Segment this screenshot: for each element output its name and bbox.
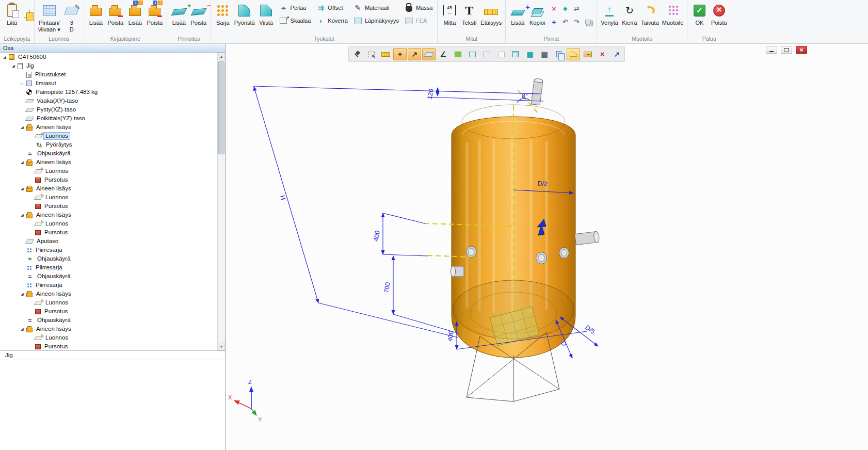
measure-button[interactable] [379,48,392,60]
poista-button[interactable]: Poista [189,0,208,33]
plane-lighter-button[interactable] [494,48,508,60]
swap-face-button[interactable] [571,3,582,13]
taivuta-button[interactable]: Taivuta [639,0,661,33]
lis-button[interactable]: Lisää [169,0,189,33]
tree-item-aineen-lis-ys[interactable]: Aineen lisäys [0,211,217,219]
kierr-button[interactable]: Kierrä [620,0,639,33]
tree-item-painopiste-1257-483-kg[interactable]: Painopiste 1257.483 kg [0,88,217,97]
tree-item-py-r-ytys[interactable]: Pyöräytys [0,140,217,149]
poista-button[interactable]: 12Poista [145,0,165,33]
tree-scrollbar[interactable]: ▲ ▼ [217,53,225,350]
nozzle-right[interactable] [575,231,600,245]
liit-button[interactable]: Liitä [2,0,22,33]
cube-button[interactable] [509,48,522,60]
kopioi-button[interactable]: Kopioi [527,0,547,33]
expander-icon[interactable] [20,292,25,296]
expander-icon[interactable] [20,327,25,331]
delete-button[interactable]: × [596,48,609,60]
close-icon[interactable] [796,46,807,54]
expander-icon[interactable] [20,160,25,165]
tree-item-luonnos[interactable]: Luonnos [0,219,217,228]
tank-model[interactable] [451,78,600,401]
restore-icon[interactable] [781,46,792,54]
viewport-canvas[interactable]: 120 8° D/2 H 400 700 400 D/5 D Z X Y [226,44,868,450]
mitta-button[interactable]: 45Mitta [440,0,459,33]
tree-item-luonnos[interactable]: Luonnos [0,167,217,175]
teksti-button[interactable]: Teksti [459,0,479,33]
tree-item-piirresarja[interactable]: Piirresarja [0,263,217,272]
expander-icon[interactable] [11,64,16,68]
scroll-up-icon[interactable]: ▲ [218,53,225,60]
poista-button[interactable]: Poista [106,0,125,33]
remove-face-button[interactable] [549,3,559,13]
add-face-button[interactable] [549,17,559,27]
tree-item-ohjausk-yr[interactable]: Ohjauskäyrä [0,254,217,263]
koverra-button[interactable]: Koverra [316,16,348,25]
tree-item-aineen-lis-ys[interactable]: Aineen lisäys [0,184,217,193]
venyt-button[interactable]: Venytä [599,0,620,33]
grid-box-button[interactable]: ▦ [523,48,537,60]
expander-icon[interactable] [2,55,7,59]
l-pin-kyvyys-button[interactable]: Läpinäkyvyys [353,16,399,25]
face-stack-button[interactable] [583,17,593,27]
tree-item-ilmiasut[interactable]: Ilmiasut [0,79,217,88]
tree-item-aputaso[interactable]: Aputaso [0,237,217,246]
tree-item-vaaka-xy-taso[interactable]: Vaaka(XY)-taso [0,97,217,105]
rotate-face-left-button[interactable] [560,17,570,27]
poistu-button[interactable]: Poistu [709,0,729,33]
expander-icon[interactable] [20,125,25,130]
tree-item-ohjausk-yr[interactable]: Ohjauskäyrä [0,316,217,325]
tree-item-luonnos[interactable]: Luonnos [0,298,217,307]
tree-item-ohjausk-yr[interactable]: Ohjauskäyrä [0,272,217,281]
massa-button[interactable]: Massa [404,3,432,12]
tree-item-jig[interactable]: Jig [0,61,217,70]
tree-item-pursotus[interactable]: Pursotus [0,342,217,351]
py-rist-button[interactable]: Pyöristä [233,0,256,33]
tree-item-aineen-lis-ys[interactable]: Aineen lisäys [0,290,217,298]
snap-plane-button[interactable] [422,48,436,60]
rotate-face-right-button[interactable] [571,17,582,27]
viist-button[interactable]: Viistä [256,0,276,33]
tree-item-piirustukset[interactable]: Piirustukset [0,70,217,79]
ok-button[interactable]: OK [689,0,709,33]
tree-item-aineen-lis-ys[interactable]: Aineen lisäys [0,325,217,333]
patch-face-button[interactable] [560,3,570,13]
export-button[interactable]: ↗ [610,48,623,60]
3-d-button[interactable]: 3 D [62,0,82,33]
scroll-down-icon[interactable]: ▼ [218,343,225,350]
tree-item-piirresarja[interactable]: Piirresarja [0,246,217,254]
nozzle-left[interactable] [451,266,464,277]
expander-icon[interactable] [20,213,25,217]
tree-item-piirresarja[interactable]: Piirresarja [0,281,217,290]
lis-button[interactable]: 12Lisää [125,0,145,33]
skaalaa-button[interactable]: Skaalaa [279,16,311,25]
snap-axis-button[interactable]: ↗ [408,48,421,60]
tree-item-pursotus[interactable]: Pursotus [0,202,217,211]
tree-item-pysty-xz-taso[interactable]: Pysty(XZ)-taso [0,105,217,114]
surface-patch-button[interactable] [567,48,580,60]
tree-item-aineen-lis-ys[interactable]: Aineen lisäys [0,158,217,167]
sheet-button[interactable]: ▤ [538,48,551,60]
tree-item-luonnos[interactable]: Luonnos [0,132,217,140]
expander-icon[interactable] [20,187,25,191]
expander-icon[interactable] [20,82,25,86]
muotoile-button[interactable]: Muotoile [661,0,685,33]
snap-point-button[interactable]: + [393,48,407,60]
tree-item-luonnos[interactable]: Luonnos [0,333,217,342]
drawer-button[interactable] [581,48,594,60]
tree-item-luonnos[interactable]: Luonnos [0,193,217,202]
pintaan-viivaan-button[interactable]: Pintaan/ viivaan ▾ [37,0,62,33]
et-isyys-button[interactable]: Etäisyys [479,0,503,33]
scrollbar-thumb[interactable] [218,61,224,154]
copy-button[interactable] [22,8,32,19]
snap-angle-button[interactable]: ∠ [437,48,450,60]
fea-button[interactable]: FEA [404,16,432,25]
peilaa-button[interactable]: Peilaa [279,3,311,12]
tree-item-pursotus[interactable]: Pursotus [0,175,217,184]
viewport-3d[interactable]: 120 8° D/2 H 400 700 400 D/5 D Z X Y [226,44,868,450]
face-wireframe-button[interactable] [465,48,479,60]
tree-item-pursotus[interactable]: Pursotus [0,228,217,237]
copy-sheets-button[interactable] [552,48,566,60]
tree-item-g4t50600[interactable]: G4T50600 [0,53,217,61]
tree-item-poikittais-yz-taso[interactable]: Poikittais(YZ)-taso [0,114,217,123]
